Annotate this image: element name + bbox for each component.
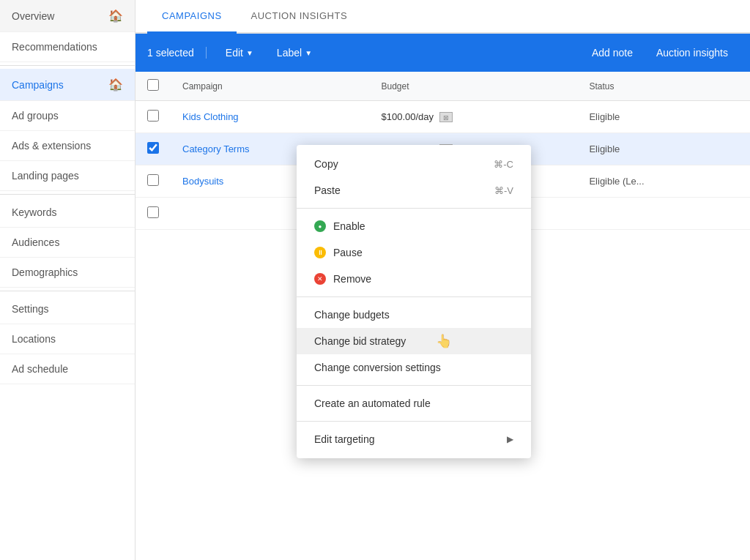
table-area: Campaign Budget Status Kids Clothing $10… xyxy=(135,72,750,560)
edit-dropdown-arrow: ▼ xyxy=(246,49,253,57)
cursor-hand-icon: 👆 xyxy=(436,333,452,349)
sidebar-item-label: Campaigns xyxy=(12,79,64,91)
sidebar: Overview 🏠 Recommendations Campaigns 🏠 A… xyxy=(0,0,135,560)
campaign-link[interactable]: Category Terms xyxy=(182,143,250,154)
sidebar-item-ad-schedule[interactable]: Ad schedule xyxy=(0,354,135,384)
status-cell xyxy=(577,198,750,230)
menu-item-label: Paste xyxy=(314,184,341,196)
submenu-arrow-icon: ▶ xyxy=(507,434,513,444)
menu-item-label: Enable xyxy=(333,220,365,232)
sidebar-item-label: Demographics xyxy=(12,266,78,278)
menu-item-label: Edit targeting xyxy=(314,433,375,445)
menu-item-edit-targeting[interactable]: Edit targeting ▶ xyxy=(297,426,531,452)
toolbar: 1 selected Edit ▼ Label ▼ Add note Aucti… xyxy=(135,34,750,72)
sidebar-item-label: Keywords xyxy=(12,206,56,218)
menu-divider-1 xyxy=(297,208,531,209)
sidebar-item-keywords[interactable]: Keywords xyxy=(0,198,135,228)
menu-shortcut-paste: ⌘-V xyxy=(494,185,513,196)
row-checkbox[interactable] xyxy=(147,174,159,186)
label-button[interactable]: Label ▼ xyxy=(267,42,322,63)
sidebar-item-ads-extensions[interactable]: Ads & extensions xyxy=(0,131,135,161)
campaign-name-cell: Kids Clothing xyxy=(171,101,369,133)
menu-item-paste[interactable]: Paste ⌘-V xyxy=(297,177,531,204)
menu-divider-4 xyxy=(297,421,531,422)
sidebar-item-campaigns[interactable]: Campaigns 🏠 xyxy=(0,69,135,101)
selected-count: 1 selected xyxy=(147,47,207,59)
sidebar-item-audiences[interactable]: Audiences xyxy=(0,228,135,258)
row-checkbox-cell xyxy=(135,165,171,198)
sidebar-item-label: Ad groups xyxy=(12,110,59,122)
edit-button[interactable]: Edit ▼ xyxy=(215,42,264,63)
sidebar-item-label: Overview xyxy=(12,10,54,22)
menu-item-label: Remove xyxy=(333,273,371,285)
col-budget: Budget xyxy=(369,72,577,101)
col-campaign: Campaign xyxy=(171,72,369,101)
row-checkbox-cell xyxy=(135,198,171,230)
menu-item-change-bid-strategy[interactable]: Change bid strategy 👆 xyxy=(297,328,531,354)
sidebar-item-demographics[interactable]: Demographics xyxy=(0,258,135,288)
sidebar-item-overview[interactable]: Overview 🏠 xyxy=(0,0,135,32)
tab-bar: CAMPAIGNS AUCTION INSIGHTS xyxy=(135,0,750,34)
menu-item-remove-inner: ✕ Remove xyxy=(314,273,371,285)
sidebar-divider xyxy=(0,65,135,66)
menu-divider-2 xyxy=(297,296,531,297)
status-cell: Eligible xyxy=(577,133,750,165)
row-checkbox[interactable] xyxy=(147,110,159,122)
sidebar-item-locations[interactable]: Locations xyxy=(0,324,135,354)
status-cell: Eligible xyxy=(577,101,750,133)
row-checkbox-cell xyxy=(135,101,171,133)
campaign-link[interactable]: Kids Clothing xyxy=(182,111,239,122)
col-checkbox xyxy=(135,72,171,101)
sidebar-item-label: Settings xyxy=(12,303,49,315)
menu-item-change-conversion[interactable]: Change conversion settings xyxy=(297,354,531,381)
add-note-button[interactable]: Add note xyxy=(582,42,643,63)
sidebar-item-label: Ad schedule xyxy=(12,363,68,375)
sidebar-item-settings[interactable]: Settings xyxy=(0,294,135,324)
sidebar-item-landing-pages[interactable]: Landing pages xyxy=(0,161,135,191)
enable-icon: ● xyxy=(314,220,326,232)
auction-insights-button[interactable]: Auction insights xyxy=(646,42,738,63)
menu-item-create-automated-rule[interactable]: Create an automated rule xyxy=(297,390,531,417)
menu-item-enable[interactable]: ● Enable xyxy=(297,213,531,239)
home-icon: 🏠 xyxy=(108,9,123,23)
sidebar-divider-2 xyxy=(0,194,135,195)
budget-cell: $100.00/day ⊠ xyxy=(369,101,577,133)
remove-icon: ✕ xyxy=(314,273,326,285)
menu-item-copy[interactable]: Copy ⌘-C xyxy=(297,151,531,177)
main-content: CAMPAIGNS AUCTION INSIGHTS 1 selected Ed… xyxy=(135,0,750,560)
sidebar-item-ad-groups[interactable]: Ad groups xyxy=(0,101,135,131)
table-row: Kids Clothing $100.00/day ⊠ Eligible xyxy=(135,101,750,133)
menu-item-pause-inner: ⏸ Pause xyxy=(314,247,363,258)
edit-dropdown-menu: Copy ⌘-C Paste ⌘-V ● Enable ⏸ Pause xyxy=(297,145,531,458)
menu-item-label: Change conversion settings xyxy=(314,362,441,373)
menu-item-change-budgets[interactable]: Change budgets xyxy=(297,302,531,328)
row-checkbox[interactable] xyxy=(147,206,159,218)
sidebar-item-label: Locations xyxy=(12,333,56,345)
menu-divider-3 xyxy=(297,385,531,386)
menu-item-label: Create an automated rule xyxy=(314,397,431,409)
sidebar-item-recommendations[interactable]: Recommendations xyxy=(0,32,135,62)
sidebar-divider-3 xyxy=(0,291,135,291)
menu-item-label: Change bid strategy xyxy=(314,335,406,347)
menu-item-pause[interactable]: ⏸ Pause xyxy=(297,239,531,266)
campaign-link[interactable]: Bodysuits xyxy=(182,176,223,187)
sidebar-item-label: Recommendations xyxy=(12,41,97,53)
home-icon-campaigns: 🏠 xyxy=(108,78,123,92)
tab-campaigns[interactable]: CAMPAIGNS xyxy=(147,0,237,34)
menu-shortcut-copy: ⌘-C xyxy=(494,159,513,170)
menu-item-remove[interactable]: ✕ Remove xyxy=(297,266,531,292)
col-status: Status xyxy=(577,72,750,101)
row-checkbox[interactable] xyxy=(147,142,159,154)
status-cell: Eligible (Le... xyxy=(577,165,750,198)
menu-item-enable-inner: ● Enable xyxy=(314,220,365,232)
menu-item-label: Copy xyxy=(314,158,338,170)
menu-item-label: Pause xyxy=(333,247,363,258)
menu-item-label: Change budgets xyxy=(314,309,390,321)
sidebar-item-label: Landing pages xyxy=(12,170,79,182)
sidebar-item-label: Ads & extensions xyxy=(12,140,91,152)
select-all-checkbox[interactable] xyxy=(147,79,159,91)
sidebar-item-label: Audiences xyxy=(12,236,59,248)
tab-auction-insights[interactable]: AUCTION INSIGHTS xyxy=(237,0,363,34)
image-icon: ⊠ xyxy=(439,112,453,122)
label-dropdown-arrow: ▼ xyxy=(305,49,312,57)
